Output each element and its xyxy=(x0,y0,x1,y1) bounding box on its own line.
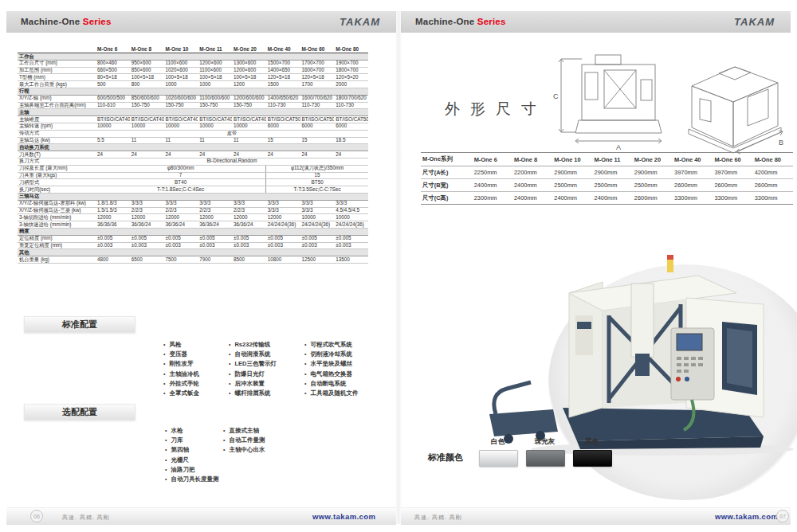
spec-cell: 1700×700 xyxy=(300,60,335,67)
bullet-icon: • xyxy=(229,361,230,367)
spec-cell: 1200×600 xyxy=(198,60,232,67)
spec-cell: 1700 xyxy=(300,81,335,88)
dims-row-label: 尺寸(A长) xyxy=(421,166,473,179)
color-swatch-box xyxy=(479,450,518,467)
spec-cell: 1100×600 xyxy=(164,60,198,67)
spec-col-header: M-One 60 xyxy=(300,45,335,53)
bullet-icon: • xyxy=(163,381,165,387)
list-item-label: 螺杆排屑系统 xyxy=(234,390,270,397)
spec-cell: ±0.003 xyxy=(334,242,368,249)
dims-cell: 2400mm xyxy=(552,192,592,205)
spec-cell: 12000 xyxy=(232,214,266,221)
spec-cell: 110-730 xyxy=(334,102,368,109)
spec-row-label: X/Y/Z-轴伺服马达-三菱 (kw) xyxy=(18,207,96,214)
spec-cell: ±0.005 xyxy=(266,235,300,242)
list-item: •变压器 xyxy=(163,351,199,358)
spec-cell: 1020/600/600 xyxy=(164,95,198,102)
spec-row-label: 刀柄型式 xyxy=(18,179,96,186)
list-item: •水枪 xyxy=(165,428,218,434)
dims-cell: 2600mm xyxy=(753,179,793,192)
spec-cell: ±0.005 xyxy=(96,235,130,242)
dim-label-b: B xyxy=(779,139,783,147)
dims-cell: 2500mm xyxy=(633,179,673,192)
bullet-icon: • xyxy=(163,371,165,377)
spec-cell: 120×5×18 xyxy=(300,74,335,81)
spec-row-label: 主轴鼻端至工作台面距离(mm) xyxy=(18,102,96,109)
spec-row-label: 换刀时间(sec) xyxy=(18,186,96,194)
dims-col-header: M-One系列 xyxy=(421,153,473,166)
spec-cell: 110-610 xyxy=(96,102,130,109)
color-swatches: 白色珠光灰黑色 xyxy=(479,437,611,467)
dims-col-header: M-One 20 xyxy=(633,153,673,166)
spec-cell: 3/3/3 xyxy=(300,207,335,214)
list-item: •自动刀具长度量测 xyxy=(165,476,218,483)
spec-cell: 12000 xyxy=(96,214,130,221)
left-page-header: Machine-One Series TAKAM xyxy=(6,11,396,33)
series-name: Machine-One xyxy=(21,17,80,26)
table-row: 主轴鼻端至工作台面距离(mm)110-610150-750150-750150-… xyxy=(18,102,368,109)
list-item-label: 变压器 xyxy=(169,351,187,358)
list-item-label: 刀库 xyxy=(171,437,183,444)
spec-cell: 3/3/3 xyxy=(198,200,232,207)
spec-cell: ±0.005 xyxy=(232,235,266,242)
color-swatch: 珠光灰 xyxy=(526,437,563,467)
spec-row-label: 定位精度 (mm) xyxy=(18,235,96,242)
color-swatch: 黑色 xyxy=(573,437,611,467)
spec-cell: 6000 xyxy=(300,123,335,130)
spec-cell: 12000 xyxy=(164,214,198,221)
spec-cell: 1400×650 xyxy=(266,67,300,74)
list-item-label: 主轴油冷机 xyxy=(169,371,199,377)
table-row: 换刀方式Bi-Directional,Random xyxy=(18,158,368,165)
spec-cell: 2/2/3 xyxy=(164,207,198,214)
page-gutter xyxy=(395,11,402,524)
list-item: •自动工件量测 xyxy=(223,437,265,444)
list-item-label: 可程式吹气系统 xyxy=(310,342,352,348)
spec-cell: 10000 xyxy=(198,123,232,130)
spec-cell: 100×5×18 xyxy=(130,74,164,81)
spec-cell: 1200/600/600 xyxy=(232,95,266,102)
bullet-icon: • xyxy=(165,457,167,464)
color-swatch-label: 黑色 xyxy=(573,437,611,447)
spec-cell: 660×500 xyxy=(96,67,130,74)
bullet-icon: • xyxy=(229,351,230,358)
spec-cell: 100×5×18 xyxy=(232,74,266,81)
table-row: X/Y/Z-轴伺服马达-三菱 (kw)1.5/1.5/32/2/32/2/32/… xyxy=(18,207,368,214)
spec-row-label: X/Y/Z-轴伺服马达-发那科 (kw) xyxy=(18,200,96,207)
bullet-icon: • xyxy=(304,381,306,387)
list-item-label: 全罩式钣金 xyxy=(169,390,199,397)
website-link: www.takam.com xyxy=(312,512,375,521)
spec-cell: 24 xyxy=(164,151,198,158)
spec-cell: 3/3/3 xyxy=(334,200,368,207)
table-row: 定位精度 (mm)±0.005±0.005±0.005±0.005±0.005±… xyxy=(18,235,368,242)
slogan-text: 高速. 高精. 高刚 xyxy=(62,514,110,522)
spec-cell: 10000 xyxy=(334,214,368,221)
spec-section-title: 自动换刀系统 xyxy=(18,144,368,151)
spec-row-label: 工作台尺寸 (mm) xyxy=(18,60,96,67)
spec-col-header: M-One 40 xyxy=(266,45,300,53)
spec-section-title: 主轴 xyxy=(18,109,368,116)
dims-cell: 2900mm xyxy=(552,166,592,179)
dims-col-header: M-One 10 xyxy=(552,153,592,166)
dim-label-a: A xyxy=(616,143,621,151)
spec-cell: 24 xyxy=(198,151,232,158)
color-swatch: 白色 xyxy=(479,437,516,467)
spec-cell: 10800 xyxy=(266,256,300,264)
dims-cell: 2400mm xyxy=(473,179,512,192)
page-number-badge: 07 xyxy=(776,510,789,522)
bullet-icon: • xyxy=(304,361,306,367)
bullet-icon: • xyxy=(165,447,167,453)
spec-cell: 600/500/500 xyxy=(96,95,130,102)
series-accent: Series xyxy=(477,17,506,26)
spec-cell: ±0.005 xyxy=(334,235,368,242)
spec-cell: 15 xyxy=(300,137,335,144)
spec-cell: 3/3/3 xyxy=(232,200,266,207)
bullet-icon: • xyxy=(229,381,230,387)
spec-cell: 24 xyxy=(266,151,300,158)
bullet-icon: • xyxy=(223,437,225,444)
list-item-label: 油路刀把 xyxy=(171,467,194,473)
spec-cell: ±0.003 xyxy=(198,242,232,249)
spec-cell: 850/600/600 xyxy=(130,95,164,102)
spec-cell: 10000 xyxy=(130,123,164,130)
list-item: •防爆日光灯 xyxy=(229,371,277,377)
spec-cell: 1.8/1.8/3 xyxy=(96,200,130,207)
